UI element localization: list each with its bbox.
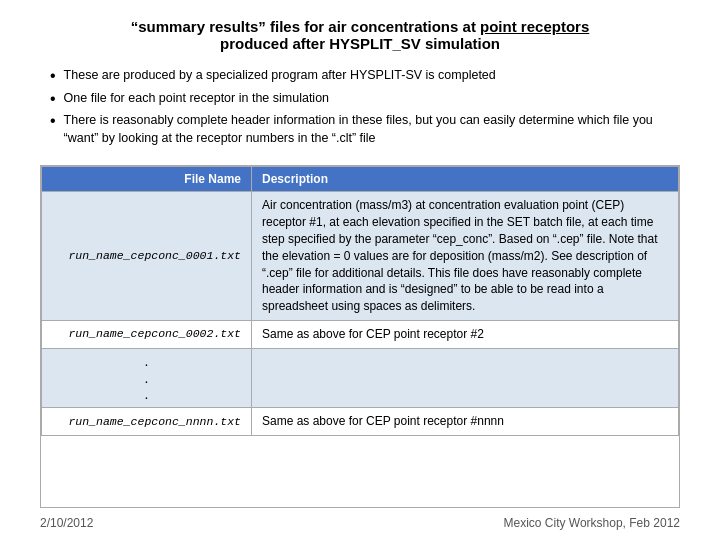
data-table: File Name Description run_name_cepconc_0… — [40, 165, 680, 508]
title-section: “summary results” files for air concentr… — [40, 18, 680, 52]
bullet-text-3: There is reasonably complete header info… — [64, 111, 680, 147]
bullet-dot-2: • — [50, 90, 56, 108]
col-header-description: Description — [252, 167, 679, 192]
bullet-list: • These are produced by a specialized pr… — [40, 66, 680, 151]
row1-description: Air concentration (mass/m3) at concentra… — [252, 192, 679, 321]
footer-event: Mexico City Workshop, Feb 2012 — [503, 516, 680, 530]
bullet-item-1: • These are produced by a specialized pr… — [50, 66, 680, 85]
dots-filename: . . . — [42, 348, 252, 407]
bullet-text-1: These are produced by a specialized prog… — [64, 66, 680, 84]
bullet-dot-1: • — [50, 67, 56, 85]
rowN-filename: run_name_cepconc_nnnn.txt — [42, 408, 252, 436]
row1-filename: run_name_cepconc_0001.txt — [42, 192, 252, 321]
title-line1: “summary results” files for air concentr… — [40, 18, 680, 35]
title-underlined: point receptors — [480, 18, 589, 35]
rowN-description: Same as above for CEP point receptor #nn… — [252, 408, 679, 436]
table-row-dots: . . . — [42, 348, 679, 407]
title-line2: produced after HYSPLIT_SV simulation — [40, 35, 680, 52]
table-header-row: File Name Description — [42, 167, 679, 192]
footer-date: 2/10/2012 — [40, 516, 93, 530]
title-text-before: “summary results” files for air concentr… — [131, 18, 480, 35]
bullet-text-2: One file for each point receptor in the … — [64, 89, 680, 107]
bullet-dot-3: • — [50, 112, 56, 130]
col-header-filename: File Name — [42, 167, 252, 192]
table-row: run_name_cepconc_nnnn.txt Same as above … — [42, 408, 679, 436]
dots-description — [252, 348, 679, 407]
row1-filename-text: run_name_cepconc_0001.txt — [68, 249, 241, 262]
table-row: run_name_cepconc_0002.txt Same as above … — [42, 321, 679, 349]
table-row: run_name_cepconc_0001.txt Air concentrat… — [42, 192, 679, 321]
row2-filename: run_name_cepconc_0002.txt — [42, 321, 252, 349]
footer: 2/10/2012 Mexico City Workshop, Feb 2012 — [40, 516, 680, 530]
row2-description: Same as above for CEP point receptor #2 — [252, 321, 679, 349]
bullet-item-3: • There is reasonably complete header in… — [50, 111, 680, 147]
bullet-item-2: • One file for each point receptor in th… — [50, 89, 680, 108]
